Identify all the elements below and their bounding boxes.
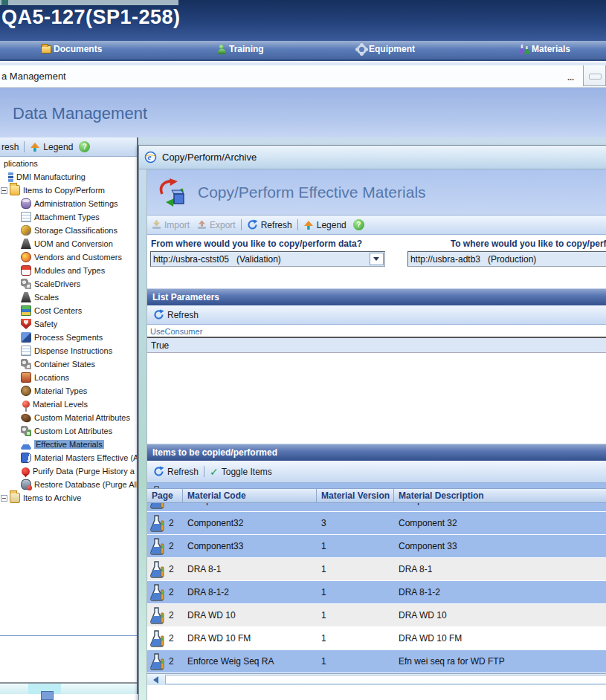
tree-item-effective-materials[interactable]: Effective Materials	[0, 438, 138, 451]
items-toolbar: Refresh Toggle Items	[147, 461, 606, 483]
tree-item-administration-settings[interactable]: Administration Settings	[0, 197, 138, 210]
equipment-gear-icon	[357, 45, 367, 54]
list-params-toolbar: Refresh	[147, 305, 606, 325]
dialog-toolbar: Import Export Refresh Legend	[147, 215, 606, 235]
refresh-icon	[153, 309, 164, 320]
table-row[interactable]: 2 DRA WD 10 FM 1 DRA WD 10 FM	[147, 627, 606, 650]
column-header-material-description[interactable]: Material Description	[394, 489, 606, 502]
table-row[interactable]: 2 DRA WD 10 1 DRA WD 10	[147, 604, 606, 627]
scrollbar-track[interactable]	[165, 675, 606, 684]
tree-item-safety[interactable]: Safety	[0, 317, 138, 331]
location-icon	[21, 372, 31, 383]
training-people-icon	[217, 45, 227, 54]
collapse-toggle-icon[interactable]	[1, 187, 7, 194]
tree-item-vendors-and-customers[interactable]: Vendors and Customers	[0, 250, 138, 264]
scroll-left-icon[interactable]	[153, 676, 158, 684]
column-header-material-code[interactable]: Material Code	[183, 489, 317, 502]
process-blocks-icon	[21, 332, 31, 343]
table-row[interactable]: 2 DRA 8-1-2 1 DRA 8-1-2	[147, 581, 606, 604]
dialog-legend-button[interactable]: Legend	[303, 220, 346, 230]
tree-item-material-levels[interactable]: Material Levels	[0, 398, 138, 411]
flask-icon	[149, 485, 164, 488]
chevron-down-icon[interactable]	[370, 253, 384, 265]
help-icon[interactable]	[353, 219, 364, 230]
tree-item-material-types[interactable]: Material Types	[0, 384, 138, 398]
table-row[interactable]: 2 Enforce Weig Seq RA 1 Efn wei seq ra f…	[147, 650, 606, 673]
legend-button[interactable]: Legend	[30, 142, 73, 152]
main-horizontal-scrollbar[interactable]	[0, 684, 137, 694]
params-refresh-button[interactable]: Refresh	[153, 309, 199, 320]
weight-icon	[21, 292, 31, 302]
nav-materials[interactable]: Materials	[519, 44, 570, 54]
tree-item-locations[interactable]: Locations	[0, 371, 138, 384]
dialog-header-band: Copy/Perform Effective Materials	[147, 169, 606, 215]
table-row-partial: 2 Component31 2 Component 31	[147, 503, 606, 512]
top-edge-square	[1, 0, 8, 5]
tree-item-items-to-copy-perform[interactable]: Items to Copy/Perform	[0, 184, 138, 197]
toolbar-separator	[297, 219, 298, 230]
tree-item-modules-and-types[interactable]: Modules and Types	[0, 264, 138, 277]
scrollbar-thumb[interactable]	[41, 691, 54, 700]
more-indicator: ...	[567, 73, 574, 82]
export-icon	[197, 220, 207, 230]
table-header: Page Material Code Material Version Mate…	[147, 488, 606, 503]
import-button[interactable]: Import	[152, 220, 190, 230]
tree-item-purify-data[interactable]: Purify Data (Purge History a	[0, 464, 138, 478]
nav-equipment[interactable]: Equipment	[357, 44, 415, 54]
table-row[interactable]: 2 Component33 1 Component 33	[147, 535, 606, 558]
tree-item-storage-classifications[interactable]: Storage Classifications	[0, 224, 138, 237]
bean-icon	[19, 412, 32, 424]
window-title-row: a Management ...	[0, 65, 606, 88]
items-refresh-button[interactable]: Refresh	[153, 466, 199, 477]
safety-shield-icon	[21, 319, 31, 329]
app-banner: QA5-127(SP1-258)	[0, 0, 606, 41]
tree-item-cost-centers[interactable]: Cost Centers	[0, 304, 138, 317]
tree-root-applications[interactable]: plications	[0, 157, 138, 170]
table-row[interactable]: 2 Component32 3 Component 32	[147, 512, 606, 535]
dialog-titlebar[interactable]: e Copy/Perform/Archive	[139, 146, 606, 169]
sidebar-tree: plications DMI Manufacturing Items to Co…	[0, 157, 138, 636]
tree-item-scaledrivers[interactable]: ScaleDrivers	[0, 277, 138, 291]
copy-perform-dialog: e Copy/Perform/Archive Copy/Perform Effe…	[138, 145, 606, 700]
tree-item-dispense-instructions[interactable]: Dispense Instructions	[0, 344, 138, 357]
help-icon[interactable]	[79, 141, 90, 152]
svg-text:e: e	[148, 152, 152, 161]
clipped-row-bottom[interactable]: 2 Component31 2 Component 31	[147, 503, 606, 512]
flask-icon	[149, 606, 164, 624]
tree-item-process-segments[interactable]: Process Segments	[0, 331, 138, 344]
modules-icon	[21, 265, 31, 276]
list-parameters-header: List Parameters	[147, 288, 606, 305]
dialog-refresh-button[interactable]: Refresh	[247, 219, 292, 230]
use-consumer-input[interactable]: True	[147, 337, 606, 353]
tree-item-scales[interactable]: Scales	[0, 291, 138, 304]
database-icon	[21, 198, 31, 209]
export-button[interactable]: Export	[197, 220, 236, 230]
collapse-toggle-icon[interactable]	[1, 495, 7, 502]
toggle-items-button[interactable]: Toggle Items	[210, 466, 272, 478]
window-control-button[interactable]	[583, 65, 606, 86]
flask-icon	[149, 503, 164, 509]
table-row[interactable]: 2 DRA 8-1 1 DRA 8-1	[147, 558, 606, 581]
tree-item-custom-lot-attributes[interactable]: Custom Lot Attributes	[0, 424, 138, 438]
column-header-material-version[interactable]: Material Version	[317, 489, 394, 502]
tree-item-items-to-archive[interactable]: Items to Archive	[0, 491, 138, 505]
tree-item-container-states[interactable]: Container States	[0, 357, 138, 371]
source-combo[interactable]: http://usbra-cstst05 (Validation)	[150, 251, 385, 267]
tree-item-material-masters-effective[interactable]: Material Masters Effective (A	[0, 451, 138, 464]
tree-item-custom-material-attributes[interactable]: Custom Material Attributes	[0, 411, 138, 424]
target-input[interactable]: http://usbra-adtb3 (Production)	[407, 251, 606, 267]
tree-item-uom-and-conversion[interactable]: UOM and Conversion	[0, 237, 138, 250]
table-horizontal-scrollbar[interactable]	[147, 673, 606, 685]
nav-documents[interactable]: Documents	[41, 44, 102, 54]
refresh-button[interactable]: resh	[1, 142, 19, 152]
tree-item-attachment-types[interactable]: Attachment Types	[0, 210, 138, 224]
tree-item-dmi-manufacturing[interactable]: DMI Manufacturing	[0, 170, 138, 184]
column-header-page[interactable]: Page	[147, 489, 183, 502]
tree-item-restore-database[interactable]: Restore Database (Purge All	[0, 478, 138, 491]
gears-icon	[21, 359, 31, 369]
toolbar-separator	[24, 141, 25, 152]
toolbar-separator	[204, 466, 204, 477]
nav-training[interactable]: Training	[217, 44, 264, 54]
flask-icon	[149, 514, 164, 532]
flask-icon	[149, 583, 164, 601]
